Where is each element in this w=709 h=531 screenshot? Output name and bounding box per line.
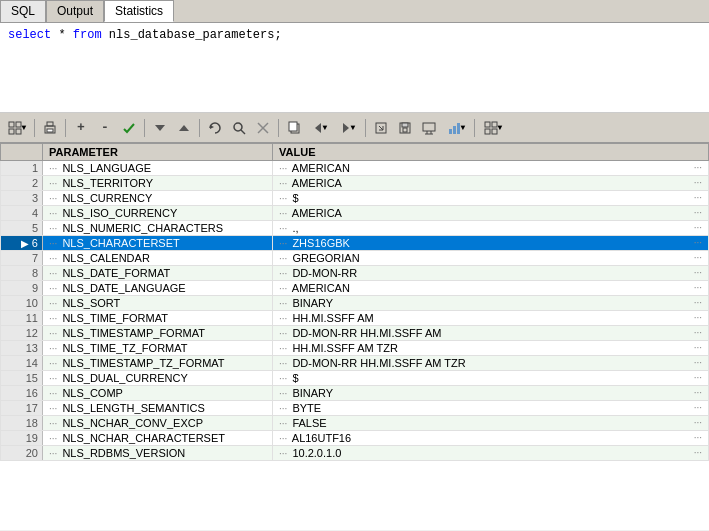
grid-view-btn[interactable]: ▼ (4, 117, 30, 139)
col-header-value[interactable]: VALUE (273, 144, 709, 161)
copy-btn[interactable] (283, 117, 305, 139)
cell-expand-icon[interactable]: ··· (47, 238, 59, 249)
value-end-icon[interactable]: ··· (692, 252, 704, 263)
export-btn[interactable] (370, 117, 392, 139)
value-expand-icon[interactable]: ··· (277, 328, 289, 339)
value-end-icon[interactable]: ··· (692, 207, 704, 218)
cell-expand-icon[interactable]: ··· (47, 178, 59, 189)
value-end-icon[interactable]: ··· (692, 312, 704, 323)
value-expand-icon[interactable]: ··· (277, 313, 289, 324)
value-expand-icon[interactable]: ··· (277, 238, 289, 249)
value-expand-icon[interactable]: ··· (277, 283, 289, 294)
table-row[interactable]: 20··· NLS_RDBMS_VERSION··· 10.2.0.1.0··· (1, 446, 709, 461)
table-row[interactable]: ▶ 6··· NLS_CHARACTERSET··· ZHS16GBK··· (1, 236, 709, 251)
table-row[interactable]: 18··· NLS_NCHAR_CONV_EXCP··· FALSE··· (1, 416, 709, 431)
value-end-icon[interactable]: ··· (692, 402, 704, 413)
value-expand-icon[interactable]: ··· (277, 403, 289, 414)
value-end-icon[interactable]: ··· (692, 387, 704, 398)
value-end-icon[interactable]: ··· (692, 282, 704, 293)
value-expand-icon[interactable]: ··· (277, 253, 289, 264)
table-row[interactable]: 8··· NLS_DATE_FORMAT··· DD-MON-RR··· (1, 266, 709, 281)
sql-editor[interactable]: select * from nls_database_parameters; (0, 23, 709, 113)
clear-btn[interactable] (252, 117, 274, 139)
cell-expand-icon[interactable]: ··· (47, 388, 59, 399)
cell-expand-icon[interactable]: ··· (47, 253, 59, 264)
cell-expand-icon[interactable]: ··· (47, 223, 59, 234)
save-file-btn[interactable] (394, 117, 416, 139)
value-expand-icon[interactable]: ··· (277, 178, 289, 189)
cell-expand-icon[interactable]: ··· (47, 298, 59, 309)
cell-expand-icon[interactable]: ··· (47, 283, 59, 294)
table-row[interactable]: 10··· NLS_SORT··· BINARY··· (1, 296, 709, 311)
value-expand-icon[interactable]: ··· (277, 268, 289, 279)
value-end-icon[interactable]: ··· (692, 342, 704, 353)
nav-next-btn[interactable]: ▼ (335, 117, 361, 139)
delete-row-btn[interactable]: - (94, 117, 116, 139)
value-expand-icon[interactable]: ··· (277, 343, 289, 354)
table-row[interactable]: 2··· NLS_TERRITORY··· AMERICA··· (1, 176, 709, 191)
value-expand-icon[interactable]: ··· (277, 388, 289, 399)
value-end-icon[interactable]: ··· (692, 327, 704, 338)
table-row[interactable]: 1··· NLS_LANGUAGE··· AMERICAN··· (1, 161, 709, 176)
value-end-icon[interactable]: ··· (692, 417, 704, 428)
value-expand-icon[interactable]: ··· (277, 298, 289, 309)
sort-desc-btn[interactable] (149, 117, 171, 139)
value-expand-icon[interactable]: ··· (277, 373, 289, 384)
cell-expand-icon[interactable]: ··· (47, 268, 59, 279)
cell-expand-icon[interactable]: ··· (47, 433, 59, 444)
cell-expand-icon[interactable]: ··· (47, 403, 59, 414)
cell-expand-icon[interactable]: ··· (47, 373, 59, 384)
value-end-icon[interactable]: ··· (692, 267, 704, 278)
table-row[interactable]: 9··· NLS_DATE_LANGUAGE··· AMERICAN··· (1, 281, 709, 296)
tab-statistics[interactable]: Statistics (104, 0, 174, 22)
table-row[interactable]: 14··· NLS_TIMESTAMP_TZ_FORMAT··· DD-MON-… (1, 356, 709, 371)
table-row[interactable]: 15··· NLS_DUAL_CURRENCY··· $··· (1, 371, 709, 386)
value-end-icon[interactable]: ··· (692, 432, 704, 443)
add-row-btn[interactable]: + (70, 117, 92, 139)
data-grid[interactable]: PARAMETER VALUE 1··· NLS_LANGUAGE··· AME… (0, 143, 709, 530)
table-row[interactable]: 5··· NLS_NUMERIC_CHARACTERS··· .,··· (1, 221, 709, 236)
display-btn[interactable] (418, 117, 440, 139)
table-row[interactable]: 4··· NLS_ISO_CURRENCY··· AMERICA··· (1, 206, 709, 221)
cell-expand-icon[interactable]: ··· (47, 193, 59, 204)
value-end-icon[interactable]: ··· (692, 297, 704, 308)
tab-sql[interactable]: SQL (0, 0, 46, 22)
value-end-icon[interactable]: ··· (692, 222, 704, 233)
cell-expand-icon[interactable]: ··· (47, 448, 59, 459)
search-btn[interactable] (228, 117, 250, 139)
tab-output[interactable]: Output (46, 0, 104, 22)
table-row[interactable]: 13··· NLS_TIME_TZ_FORMAT··· HH.MI.SSFF A… (1, 341, 709, 356)
value-expand-icon[interactable]: ··· (277, 193, 289, 204)
sort-asc-btn[interactable] (173, 117, 195, 139)
refresh-btn[interactable] (204, 117, 226, 139)
value-expand-icon[interactable]: ··· (277, 208, 289, 219)
value-end-icon[interactable]: ··· (692, 447, 704, 458)
value-expand-icon[interactable]: ··· (277, 433, 289, 444)
print-btn[interactable] (39, 117, 61, 139)
value-end-icon[interactable]: ··· (692, 372, 704, 383)
table-row[interactable]: 17··· NLS_LENGTH_SEMANTICS··· BYTE··· (1, 401, 709, 416)
value-end-icon[interactable]: ··· (692, 192, 704, 203)
value-expand-icon[interactable]: ··· (277, 418, 289, 429)
nav-prev-btn[interactable]: ▼ (307, 117, 333, 139)
cell-expand-icon[interactable]: ··· (47, 208, 59, 219)
table-row[interactable]: 19··· NLS_NCHAR_CHARACTERSET··· AL16UTF1… (1, 431, 709, 446)
value-end-icon[interactable]: ··· (692, 237, 704, 248)
value-end-icon[interactable]: ··· (692, 162, 704, 173)
value-expand-icon[interactable]: ··· (277, 448, 289, 459)
table-row[interactable]: 12··· NLS_TIMESTAMP_FORMAT··· DD-MON-RR … (1, 326, 709, 341)
value-expand-icon[interactable]: ··· (277, 163, 289, 174)
value-expand-icon[interactable]: ··· (277, 223, 289, 234)
value-expand-icon[interactable]: ··· (277, 358, 289, 369)
value-end-icon[interactable]: ··· (692, 357, 704, 368)
table-row[interactable]: 3··· NLS_CURRENCY··· $··· (1, 191, 709, 206)
col-header-parameter[interactable]: PARAMETER (43, 144, 273, 161)
cell-expand-icon[interactable]: ··· (47, 358, 59, 369)
grid-layout-btn[interactable]: ▼ (479, 117, 507, 139)
cell-expand-icon[interactable]: ··· (47, 328, 59, 339)
cell-expand-icon[interactable]: ··· (47, 313, 59, 324)
chart-btn[interactable]: ▼ (442, 117, 470, 139)
value-end-icon[interactable]: ··· (692, 177, 704, 188)
cell-expand-icon[interactable]: ··· (47, 418, 59, 429)
table-row[interactable]: 16··· NLS_COMP··· BINARY··· (1, 386, 709, 401)
